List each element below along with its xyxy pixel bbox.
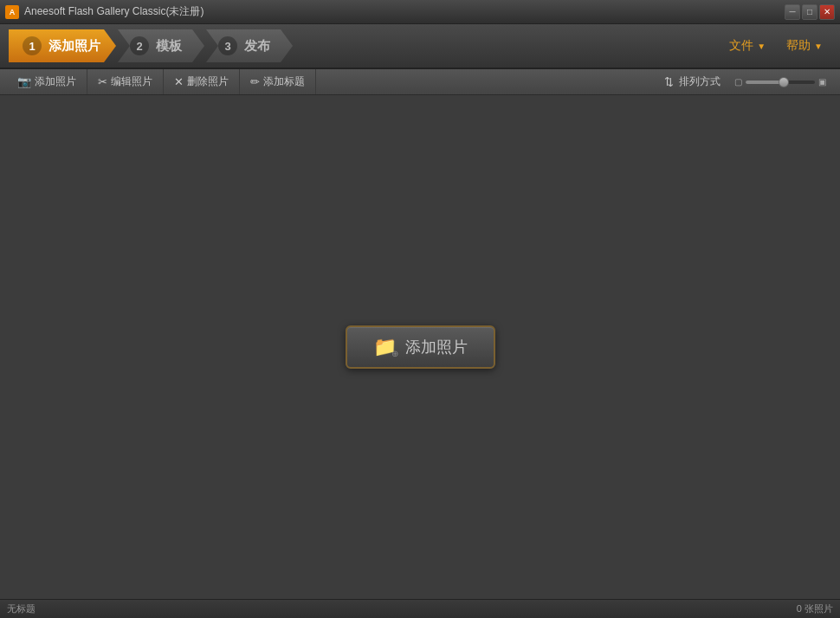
edit-photo-toolbar-btn[interactable]: ✂ 编辑照片 (87, 69, 164, 94)
file-menu-label: 文件 (729, 38, 753, 54)
window-controls: ─ □ ✕ (785, 4, 835, 20)
step-2-template[interactable]: 2 模板 (118, 29, 204, 62)
file-menu[interactable]: 文件 ▼ (720, 35, 774, 57)
delete-photo-toolbar-label: 删除照片 (187, 74, 229, 89)
size-slider-track[interactable] (746, 80, 815, 84)
step-2-label: 模板 (156, 38, 182, 55)
add-caption-toolbar-btn[interactable]: ✏ 添加标题 (240, 69, 316, 94)
slider-max-icon: ▣ (818, 77, 826, 87)
delete-photo-icon: ✕ (174, 75, 184, 88)
status-filename: 无标题 (7, 602, 36, 615)
status-photo-count: 0 张照片 (797, 602, 833, 615)
app-icon: A (5, 5, 19, 19)
slider-min-icon: ▢ (734, 77, 742, 87)
step-1-number: 1 (23, 36, 42, 55)
right-menu: 文件 ▼ 帮助 ▼ (720, 35, 831, 57)
minimize-button[interactable]: ─ (785, 4, 800, 20)
step-2-number: 2 (130, 36, 149, 55)
size-slider-container[interactable]: ▢ ▣ (727, 77, 833, 87)
sort-area[interactable]: ⇅ 排列方式 (657, 74, 727, 89)
file-menu-arrow: ▼ (757, 42, 766, 51)
menu-bar: 1 添加照片 2 模板 3 发布 文件 ▼ 帮助 ▼ (0, 24, 840, 69)
step-1-label: 添加照片 (48, 38, 100, 55)
status-bar: 无标题 0 张照片 (0, 599, 840, 618)
help-menu[interactable]: 帮助 ▼ (778, 35, 831, 57)
step-1-add-photo[interactable]: 1 添加照片 (9, 29, 116, 62)
step-3-label: 发布 (244, 38, 270, 55)
step-container: 1 添加照片 2 模板 3 发布 (9, 29, 294, 62)
add-caption-icon: ✏ (250, 75, 260, 88)
help-menu-arrow: ▼ (814, 42, 823, 51)
window-title: Aneesoft Flash Gallery Classic(未注册) (24, 4, 779, 19)
edit-photo-icon: ✂ (98, 75, 107, 88)
sort-icon: ⇅ (664, 75, 674, 88)
center-folder-icon: 📁⊕ (373, 336, 397, 358)
delete-photo-toolbar-btn[interactable]: ✕ 删除照片 (164, 69, 240, 94)
center-add-photo-button[interactable]: 📁⊕ 添加照片 (346, 325, 495, 369)
maximize-button[interactable]: □ (802, 4, 817, 20)
close-button[interactable]: ✕ (819, 4, 835, 20)
sort-label: 排列方式 (679, 74, 720, 89)
add-photo-toolbar-btn[interactable]: 📷 添加照片 (7, 69, 87, 94)
slider-thumb[interactable] (779, 77, 789, 87)
add-photo-icon: 📷 (17, 75, 31, 88)
help-menu-label: 帮助 (786, 38, 811, 54)
center-add-photo-label: 添加照片 (405, 337, 468, 357)
edit-photo-toolbar-label: 编辑照片 (111, 74, 152, 89)
add-photo-toolbar-label: 添加照片 (35, 74, 76, 89)
add-caption-toolbar-label: 添加标题 (263, 74, 305, 89)
toolbar: 📷 添加照片 ✂ 编辑照片 ✕ 删除照片 ✏ 添加标题 ⇅ 排列方式 ▢ ▣ (0, 69, 840, 95)
step-3-publish[interactable]: 3 发布 (206, 29, 293, 62)
title-bar: A Aneesoft Flash Gallery Classic(未注册) ─ … (0, 0, 840, 24)
main-content: 📁⊕ 添加照片 (0, 95, 840, 599)
step-3-number: 3 (218, 36, 237, 55)
